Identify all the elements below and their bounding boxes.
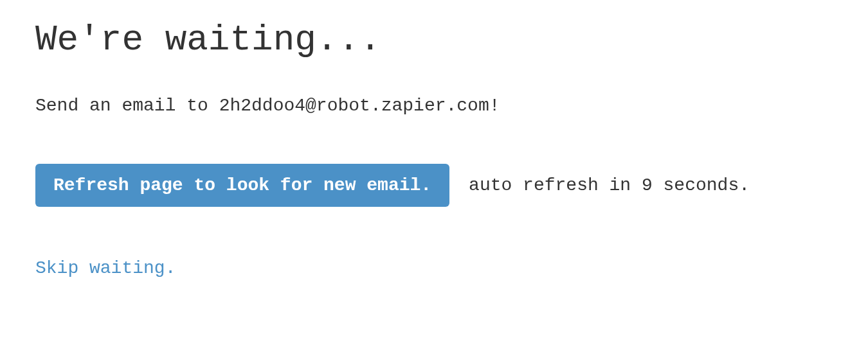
instruction-text: Send an email to 2h2ddoo4@robot.zapier.c… [35,96,833,116]
action-row: Refresh page to look for new email. auto… [35,164,833,207]
auto-refresh-text: auto refresh in 9 seconds. [469,175,750,195]
page-heading: We're waiting... [35,19,833,60]
skip-waiting-link[interactable]: Skip waiting. [35,258,176,278]
refresh-button[interactable]: Refresh page to look for new email. [35,164,449,207]
